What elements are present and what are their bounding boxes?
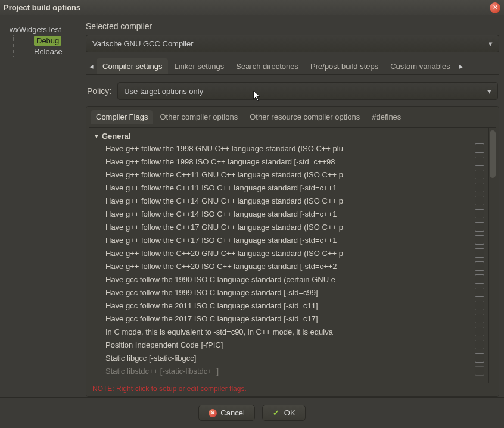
flag-row[interactable]: Have gcc follow the 1999 ISO C language …: [105, 286, 488, 299]
flag-row[interactable]: Static libgcc [-static-libgcc]: [105, 351, 488, 364]
flag-checkbox[interactable]: [475, 274, 484, 284]
compiler-select[interactable]: Variscite GNU GCC Compiler ▾: [86, 35, 499, 52]
settings-tabs: ◂ Compiler settings Linker settings Sear…: [86, 58, 499, 75]
flags-list: ▼ General Have g++ follow the 1998 GNU C…: [89, 128, 488, 383]
tab-prepost-build[interactable]: Pre/post build steps: [304, 58, 384, 74]
ok-button[interactable]: ✓ OK: [262, 405, 306, 421]
flag-row[interactable]: Have g++ follow the 1998 GNU C++ languag…: [105, 142, 488, 155]
ok-icon: ✓: [272, 409, 281, 417]
flag-checkbox[interactable]: [475, 248, 484, 258]
tabs-scroll-right[interactable]: ▸: [456, 62, 467, 71]
chevron-down-icon: ▾: [487, 87, 491, 96]
tabs-scroll-left[interactable]: ◂: [86, 62, 97, 71]
cancel-button[interactable]: ✕ Cancel: [198, 405, 254, 421]
subtab-defines[interactable]: #defines: [367, 110, 406, 124]
flag-row[interactable]: Have gcc follow the 2017 ISO C language …: [105, 312, 488, 325]
flag-row[interactable]: Have g++ follow the 1998 ISO C++ languag…: [105, 155, 488, 168]
compiler-subtabs: Compiler Flags Other compiler options Ot…: [89, 110, 496, 128]
tab-custom-variables[interactable]: Custom variables: [384, 58, 456, 74]
flag-checkbox[interactable]: [475, 301, 484, 310]
window-title: Project build options: [4, 3, 490, 12]
flag-row[interactable]: Have g++ follow the C++17 GNU C++ langua…: [105, 220, 488, 233]
flag-row[interactable]: Have g++ follow the C++17 ISO C++ langua…: [105, 233, 488, 246]
flag-checkbox[interactable]: [475, 170, 484, 179]
tab-linker-settings[interactable]: Linker settings: [168, 58, 230, 74]
flag-row[interactable]: Position Independent Code [-fPIC]: [105, 338, 488, 351]
close-button[interactable]: ✕: [490, 2, 500, 13]
tab-search-directories[interactable]: Search directories: [230, 58, 304, 74]
flag-row[interactable]: Have g++ follow the C++11 GNU C++ langua…: [105, 168, 488, 181]
flag-row[interactable]: Have g++ follow the C++14 ISO C++ langua…: [105, 207, 488, 220]
flag-row[interactable]: Static libstdc++ [-static-libstdc++]: [105, 364, 488, 377]
compiler-label: Selected compiler: [86, 21, 499, 31]
compiler-value: Variscite GNU GCC Compiler: [92, 39, 194, 48]
tab-compiler-settings[interactable]: Compiler settings: [97, 58, 168, 74]
tree-item-release[interactable]: Release: [32, 46, 80, 57]
flag-checkbox[interactable]: [475, 340, 484, 349]
flag-checkbox[interactable]: [475, 327, 484, 336]
flags-note: NOTE: Right-click to setup or edit compi…: [89, 383, 496, 394]
flag-row[interactable]: Have gcc follow the 1990 ISO C language …: [105, 273, 488, 286]
flag-row[interactable]: Have gcc follow the 2011 ISO C language …: [105, 299, 488, 312]
flag-checkbox[interactable]: [475, 222, 484, 232]
chevron-down-icon: ▾: [489, 39, 493, 48]
triangle-down-icon: ▼: [94, 133, 99, 139]
flag-checkbox[interactable]: [475, 235, 484, 245]
close-icon: ✕: [493, 4, 498, 11]
flag-row[interactable]: In C mode, this is equivalent to -std=c9…: [105, 325, 488, 338]
flag-row[interactable]: Have g++ follow the C++20 ISO C++ langua…: [105, 260, 488, 273]
subtab-compiler-flags[interactable]: Compiler Flags: [91, 110, 153, 124]
tree-root-item[interactable]: wxWidgetsTest: [7, 24, 80, 35]
flag-checkbox[interactable]: [475, 288, 484, 297]
policy-select[interactable]: Use target options only ▾: [117, 82, 498, 100]
flag-checkbox[interactable]: [475, 366, 484, 376]
subtab-other-compiler-options[interactable]: Other compiler options: [155, 110, 242, 124]
flag-group-general[interactable]: ▼ General: [94, 130, 488, 142]
policy-value: Use target options only: [124, 87, 203, 96]
flag-checkbox[interactable]: [475, 353, 484, 363]
flag-checkbox[interactable]: [475, 209, 484, 218]
flag-checkbox[interactable]: [475, 196, 484, 205]
flags-scrollbar[interactable]: [488, 128, 496, 383]
flag-row[interactable]: Have g++ follow the C++14 GNU C++ langua…: [105, 194, 488, 207]
flag-row[interactable]: Have g++ follow the C++11 ISO C++ langua…: [105, 181, 488, 194]
flag-checkbox[interactable]: [475, 143, 484, 153]
tree-item-debug[interactable]: Debug: [32, 35, 80, 46]
scrollbar-thumb[interactable]: [490, 130, 496, 178]
cancel-icon: ✕: [209, 409, 217, 417]
policy-label: Policy:: [87, 86, 111, 96]
flag-row[interactable]: Have g++ follow the C++20 GNU C++ langua…: [105, 246, 488, 260]
targets-tree: wxWidgetsTest Debug Release: [5, 20, 82, 397]
flag-checkbox[interactable]: [475, 314, 484, 323]
flag-checkbox[interactable]: [475, 261, 484, 271]
flag-checkbox[interactable]: [475, 183, 484, 192]
subtab-other-resource-options[interactable]: Other resource compiler options: [245, 110, 365, 124]
flag-checkbox[interactable]: [475, 157, 484, 166]
